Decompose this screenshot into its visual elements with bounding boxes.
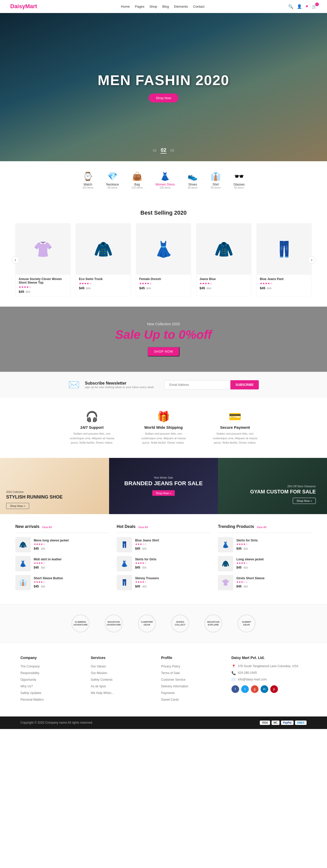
product-price-4: $45: [199, 286, 205, 290]
footer-link-profile-6[interactable]: Saved Cards: [161, 697, 224, 702]
product-stars-4: ★★★★☆: [199, 282, 248, 285]
brand-logo[interactable]: DaisyMart: [10, 3, 37, 10]
new-arrivals-item-3[interactable]: 👔 Short Sleeve Button ★★★★☆ $45 $65: [15, 575, 109, 590]
search-icon[interactable]: 🔍: [288, 4, 293, 9]
item-price-1: $45: [34, 547, 39, 550]
product-card-5[interactable]: 👖 Blue Jeans Pant ★★★★☆ $45 $65: [257, 223, 312, 297]
brand-logo-1[interactable]: CLIMBINGADVENTURE: [71, 615, 90, 632]
trending-item-2[interactable]: 🧥 Long sleeve jacket ★★★★☆ $45 $65: [218, 556, 312, 571]
cart-icon[interactable]: 🛒2: [312, 4, 317, 9]
nav-item-elements[interactable]: Elements: [174, 4, 188, 9]
nav-item-contact[interactable]: Contact: [193, 4, 205, 9]
pinterest-icon[interactable]: p: [270, 685, 278, 693]
trending-title: Trending Products: [218, 524, 254, 529]
footer-link-profile-4[interactable]: Delivery Information: [161, 684, 224, 688]
new-arrivals-view-all[interactable]: View All: [42, 526, 52, 529]
payment-icons: VISA MC PayPal AMEX: [260, 720, 306, 725]
footer-link-company-2[interactable]: Responsibility: [21, 671, 83, 675]
google-icon[interactable]: g: [251, 685, 259, 693]
product-lists-section: New arrivals View All 🧥 Mens long sleeve…: [0, 514, 327, 604]
promo-btn-3[interactable]: Shop Now »: [293, 498, 316, 504]
trending-section: Trending Products View All 👗 Skirts for …: [218, 524, 312, 594]
footer-phone: 424-280-2445: [238, 671, 257, 675]
product-card-1[interactable]: 👚 Amuse Society Clover Woven Short Sleev…: [15, 223, 70, 297]
promo-banner-1[interactable]: 2020 Collection STYLISH RUNNING SHOE Sho…: [0, 458, 109, 514]
category-necklace[interactable]: 💎 Necklace 80 items: [106, 172, 119, 189]
new-arrivals-item-2[interactable]: 👗 Midi skirt in leather ★★★★☆ $45 $65: [15, 556, 109, 571]
dress-icon: 👗: [160, 172, 170, 181]
shoes-icon: 👟: [188, 172, 198, 181]
footer-link-profile-2[interactable]: Terms of Sale: [161, 671, 224, 675]
footer-link-company-6[interactable]: Personal Matters: [21, 697, 83, 702]
footer-link-services-2[interactable]: Our Mission: [91, 671, 153, 675]
brand-logo-5[interactable]: MOUNTAINEXPLORE: [204, 615, 222, 632]
footer-link-services-4[interactable]: As de tipos: [91, 684, 153, 688]
footer-link-services-5[interactable]: We Help When...: [91, 690, 153, 695]
hot-deals-section: Hot Deals View All 👖 Blue Jeans Shirt ★★…: [117, 524, 210, 594]
trending-item-3[interactable]: 👚 Girels Short Sleeve ★★★☆☆ $45 $65: [218, 575, 312, 590]
category-watch[interactable]: ⌚ Watch 100 items: [82, 172, 93, 189]
sale-cta-button[interactable]: SHOP NOW: [148, 347, 179, 356]
nav-item-pages[interactable]: Pages: [135, 4, 144, 9]
new-arrivals-item-1[interactable]: 🧥 Mens long sleeve jacket ★★★★☆ $45 $65: [15, 537, 109, 552]
footer-link-company-5[interactable]: Safety Updates: [21, 690, 83, 695]
brand-logo-4[interactable]: SHOESCOLLECT: [171, 615, 189, 632]
promo-banner-3[interactable]: 20% Off Store Clearance GYAM CUSTOM FOR …: [218, 458, 327, 514]
footer-link-profile-3[interactable]: Customer Service: [161, 677, 224, 682]
cart-count: 2: [315, 3, 319, 6]
hero-cta-button[interactable]: Shop Now: [149, 94, 178, 102]
newsletter-icon: ✉️: [68, 379, 80, 390]
footer-link-company-1[interactable]: The Company: [21, 664, 83, 669]
subscribe-button[interactable]: SUBSCRIBE: [230, 380, 259, 390]
trending-view-all[interactable]: View All: [257, 526, 266, 529]
brand-logo-6[interactable]: SUMMITGEAR: [237, 615, 256, 632]
user-icon[interactable]: 👤: [297, 4, 302, 9]
hot-deals-view-all[interactable]: View All: [138, 526, 148, 529]
product-card-2[interactable]: 🧥 Eco Swim Trunk ★★★★☆ $45 $65: [76, 223, 131, 297]
footer-link-profile-1[interactable]: Privacy Policy: [161, 664, 224, 669]
product-card-4[interactable]: 🧥 Jeans Blue ★★★★☆ $45 $65: [196, 223, 251, 297]
promo-btn-2[interactable]: Shop Now »: [152, 490, 175, 496]
category-shirt[interactable]: 👔 Shirt 95 items: [210, 172, 221, 189]
hero-content: MEN FASHIN 2020 Shop Now: [98, 72, 229, 102]
product-card-3[interactable]: 👗 Female Dressh ★★★★☆ $45 $65: [136, 223, 191, 297]
linkedin-icon[interactable]: in: [261, 685, 268, 693]
hero-dot-2[interactable]: 02: [161, 147, 166, 154]
footer-link-company-3[interactable]: Opportunity: [21, 677, 83, 682]
category-glasses[interactable]: 🕶️ Glasses 60 items: [233, 172, 244, 189]
facebook-icon[interactable]: f: [231, 685, 239, 693]
hot-deals-item-2[interactable]: 👗 Skirts for Girls ★★★★☆ $45 $65: [117, 556, 210, 571]
twitter-icon[interactable]: t: [241, 685, 249, 693]
nav-item-blog[interactable]: Blog: [162, 4, 169, 9]
next-arrow-button[interactable]: ›: [308, 256, 316, 264]
promo-btn-1[interactable]: Shop Now »: [6, 503, 29, 509]
category-shoes[interactable]: 👟 Shoes 90 items: [188, 172, 198, 189]
hot-item-price-2: $45: [135, 566, 140, 569]
wishlist-icon[interactable]: ♥: [305, 4, 308, 9]
footer-link-company-4[interactable]: Why Us?: [21, 684, 83, 688]
nav-item-shop[interactable]: Shop: [150, 4, 157, 9]
support-icon: 🎧: [66, 411, 118, 423]
hot-deals-item-3[interactable]: 👖 Skinny Trousers ★★★★☆ $45 $65: [117, 575, 210, 590]
footer-link-services-1[interactable]: Our Values: [91, 664, 153, 669]
promo-banner-2[interactable]: New Winter Sale BRANDED JEANS FOR SALE S…: [109, 458, 218, 514]
hero-dot-3[interactable]: 03: [170, 149, 174, 152]
item-stars-3: ★★★★☆: [34, 581, 63, 583]
hot-deals-item-1[interactable]: 👖 Blue Jeans Shirt ★★★☆☆ $45 $65: [117, 537, 210, 552]
brand-logo-3[interactable]: CAMPFIREGEAR: [138, 615, 156, 632]
footer-link-services-3[interactable]: Safety Contents: [91, 677, 153, 682]
footer-link-profile-5[interactable]: Payments: [161, 690, 224, 695]
item-old-price-2: $65: [41, 566, 45, 569]
footer-services: Services Our Values Our Mission Safety C…: [91, 656, 153, 704]
promo-tag-1: 2020 Collection: [6, 491, 63, 493]
prev-arrow-button[interactable]: ‹: [11, 256, 19, 264]
nav-item-home[interactable]: Home: [121, 4, 130, 9]
hero-dot-1[interactable]: 01: [153, 149, 156, 152]
email-input[interactable]: [164, 380, 230, 390]
hero-title: MEN FASHIN 2020: [98, 72, 229, 88]
brand-logo-2[interactable]: MOUNTAINADVENTURE: [105, 615, 123, 632]
trending-item-1[interactable]: 👗 Skirts for Girls ★★★★☆ $45 $65: [218, 537, 312, 552]
category-bag[interactable]: 👜 Bag 120 items: [132, 172, 142, 189]
footer-top: Company The Company Responsibility Oppor…: [0, 643, 327, 716]
category-dress[interactable]: 👗 Women Dress 100 items: [155, 172, 175, 189]
